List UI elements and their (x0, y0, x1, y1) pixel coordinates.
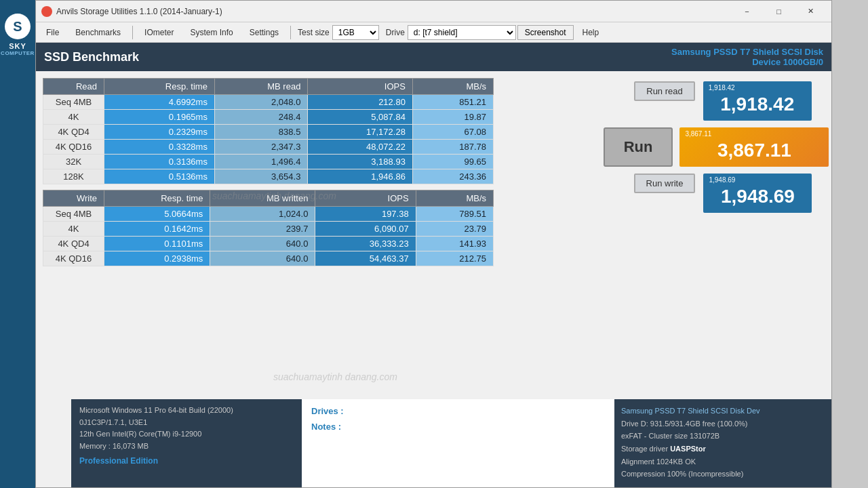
bench-title: SSD Benchmark (44, 50, 139, 64)
overall-score-box: 3,867.11 3,867.11 (679, 127, 829, 167)
read-header-mb: MB read (214, 79, 307, 95)
read-score-value: 1,918.42 (711, 94, 804, 115)
row-label: 4K (43, 110, 104, 125)
mb-read: 2,048.0 (214, 95, 307, 110)
row-label: 4K (43, 222, 104, 237)
resp-time: 0.1642ms (104, 222, 210, 237)
drives-label: Drives : (311, 406, 605, 416)
table-row: 4K QD16 0.2938ms 640.0 54,463.37 212.75 (43, 251, 494, 266)
row-label: 4K QD16 (43, 251, 104, 266)
row-label: 4K QD4 (43, 237, 104, 251)
table-row: 4K 0.1642ms 239.7 6,090.07 23.79 (43, 222, 494, 237)
driveinfo-alignment: Alignment 1024KB OK (621, 455, 825, 468)
drive-select[interactable]: d: [t7 shield] (408, 25, 516, 40)
mb-read: 3,654.3 (214, 169, 307, 184)
iops: 6,090.07 (315, 222, 416, 237)
device-info: Samsung PSSD T7 Shield SCSI Disk Device … (671, 47, 823, 67)
bottom-panel: Microsoft Windows 11 Pro 64-bit Build (2… (71, 399, 831, 487)
menu-iometer[interactable]: IOmeter (137, 24, 181, 41)
screenshot-button[interactable]: Screenshot (517, 25, 574, 40)
device-line2: Device 1000GB/0 (671, 57, 823, 67)
driveinfo-driver: Storage driver UASPStor (621, 443, 825, 455)
write-header-iops: IOPS (315, 190, 416, 207)
iops: 36,333.23 (315, 237, 416, 251)
resp-time: 0.5136ms (104, 169, 215, 184)
bench-header: SSD Benchmark Samsung PSSD T7 Shield SCS… (36, 43, 831, 71)
logo-circle: S (5, 14, 31, 39)
read-score-label: 1,918.42 (709, 84, 735, 92)
mbs: 212.75 (416, 251, 493, 266)
row-label: Seq 4MB (43, 207, 104, 222)
test-size-select[interactable]: 1GB 100MB 256MB 512MB 2GB (332, 25, 379, 40)
write-header-resp: Resp. time (104, 190, 210, 207)
run-button[interactable]: Run (604, 127, 673, 167)
iops: 5,087.84 (308, 110, 413, 125)
system-info-panel: Microsoft Windows 11 Pro 64-bit Build (2… (71, 399, 302, 487)
read-header-mbs: MB/s (412, 79, 493, 95)
test-size-group: Test size 1GB 100MB 256MB 512MB 2GB (298, 25, 379, 40)
table-row: 128K 0.5136ms 3,654.3 1,946.86 243.36 (43, 169, 494, 184)
mb-read: 838.5 (214, 125, 307, 140)
mbs: 99.65 (412, 155, 493, 169)
notes-label: Notes : (311, 422, 605, 432)
main-window: Anvils Storage Utilities 1.1.0 (2014-Jan… (35, 0, 832, 488)
drive-label: Drive (386, 28, 405, 37)
device-line1: Samsung PSSD T7 Shield SCSI Disk (671, 47, 823, 57)
mbs: 141.93 (416, 237, 493, 251)
iops: 17,172.28 (308, 125, 413, 140)
write-header-label: Write (43, 190, 104, 207)
menu-system-info[interactable]: System Info (182, 24, 240, 41)
run-read-button[interactable]: Run read (634, 81, 694, 101)
mbs: 789.51 (416, 207, 493, 222)
sysinfo-build: 0J1C3P/1.7.1, U3E1 (79, 417, 294, 429)
run-overall-section: Run 3,867.11 3,867.11 (604, 127, 829, 167)
logo-sky-text: SKY (9, 42, 26, 50)
mb-written: 640.0 (210, 251, 315, 266)
mb-read: 248.4 (214, 110, 307, 125)
mbs: 187.78 (412, 140, 493, 155)
menu-settings[interactable]: Settings (242, 24, 286, 41)
logo-computer-text: COMPUTER (1, 50, 35, 56)
write-score-box: 1,948.69 1,948.69 (703, 174, 812, 213)
app-icon (41, 6, 52, 17)
iops: 197.38 (315, 207, 416, 222)
resp-time: 0.1101ms (104, 237, 210, 251)
row-label: Seq 4MB (43, 95, 104, 110)
table-row: 4K QD16 0.3328ms 2,347.3 48,072.22 187.7… (43, 140, 494, 155)
run-read-section: Run read 1,918.42 1,918.42 (620, 81, 811, 121)
resp-time: 4.6992ms (104, 95, 215, 110)
table-row: Seq 4MB 5.0664ms 1,024.0 197.38 789.51 (43, 207, 494, 222)
table-row: 4K QD4 0.1101ms 640.0 36,333.23 141.93 (43, 237, 494, 251)
mbs: 67.08 (412, 125, 493, 140)
iops: 1,946.86 (308, 169, 413, 184)
overall-score-label: 3,867.11 (685, 130, 711, 138)
resp-time: 0.3328ms (104, 140, 215, 155)
iops: 3,188.93 (308, 155, 413, 169)
drives-notes-panel: Drives : Notes : (302, 399, 614, 487)
row-label: 4K QD4 (43, 125, 104, 140)
drive-group: Drive d: [t7 shield] (386, 25, 516, 40)
resp-time: 0.2938ms (104, 251, 210, 266)
mbs: 243.36 (412, 169, 493, 184)
logo-panel: S SKY COMPUTER (0, 0, 35, 488)
iops: 54,463.37 (315, 251, 416, 266)
menu-help[interactable]: Help (575, 25, 607, 40)
menu-file[interactable]: File (39, 24, 66, 41)
close-button[interactable]: ✕ (795, 2, 826, 21)
write-table: Write Resp. time MB written IOPS MB/s Se… (43, 190, 494, 266)
minimize-button[interactable]: − (732, 2, 762, 21)
table-row: 4K 0.1965ms 248.4 5,087.84 19.87 (43, 110, 494, 125)
run-write-button[interactable]: Run write (634, 174, 696, 193)
menu-bar: File Benchmarks IOmeter System Info Sett… (36, 22, 831, 43)
maximize-button[interactable]: □ (764, 2, 794, 21)
tables-area: Read Resp. time MB read IOPS MB/s Seq 4M… (43, 78, 601, 272)
title-bar-text: Anvils Storage Utilities 1.1.0 (2014-Jan… (56, 7, 732, 16)
read-score-box: 1,918.42 1,918.42 (703, 81, 812, 121)
read-header-iops: IOPS (308, 79, 413, 95)
mb-written: 239.7 (210, 222, 315, 237)
read-table: Read Resp. time MB read IOPS MB/s Seq 4M… (43, 78, 494, 184)
menu-benchmarks[interactable]: Benchmarks (68, 24, 128, 41)
menu-separator-2 (290, 26, 291, 39)
table-row: 32K 0.3136ms 1,496.4 3,188.93 99.65 (43, 155, 494, 169)
resp-time: 0.3136ms (104, 155, 215, 169)
